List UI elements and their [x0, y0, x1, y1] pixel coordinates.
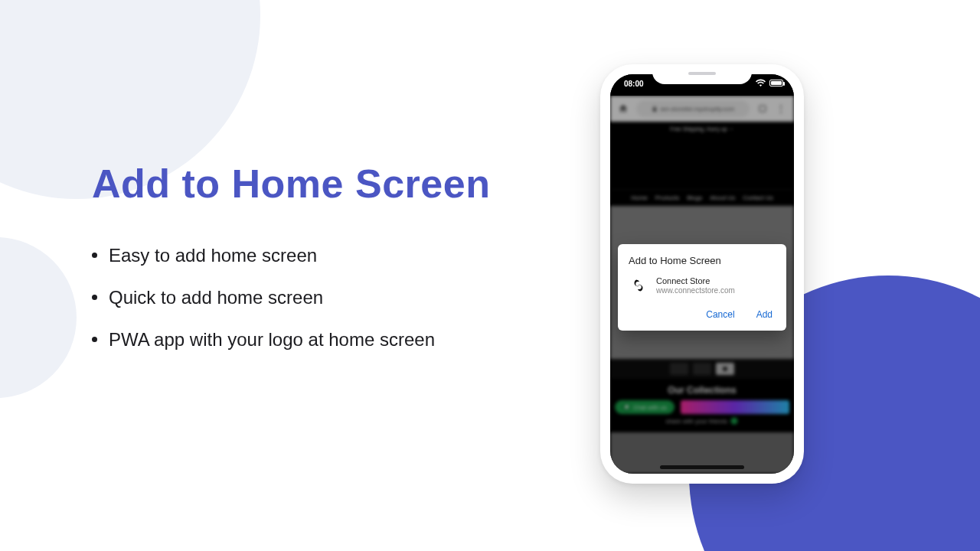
app-logo-icon — [629, 276, 648, 295]
app-url: www.connectstore.com — [656, 286, 735, 295]
page-title: Add to Home Screen — [92, 161, 521, 207]
battery-icon — [769, 80, 783, 86]
phone-screen: 08:00 am-storelist.myshopify.com — [610, 74, 794, 474]
phone-speaker — [688, 72, 716, 75]
feature-item: Easy to add home screen — [92, 243, 521, 267]
dialog-title: Add to Home Screen — [629, 255, 776, 266]
phone-mockup: 08:00 am-storelist.myshopify.com — [600, 64, 804, 484]
marketing-copy: Add to Home Screen Easy to add home scre… — [92, 161, 521, 370]
status-time: 08:00 — [624, 80, 644, 88]
wifi-icon — [756, 79, 766, 86]
add-to-home-dialog: Add to Home Screen Connect Store www.con… — [618, 244, 786, 331]
decorative-blob-mid-left — [0, 237, 77, 398]
phone-notch — [652, 64, 752, 84]
cancel-button[interactable]: Cancel — [704, 306, 736, 323]
feature-list: Easy to add home screen Quick to add hom… — [92, 243, 521, 352]
feature-item: Quick to add home screen — [92, 285, 521, 309]
status-icons — [756, 79, 783, 86]
app-name: Connect Store — [656, 276, 735, 286]
add-button[interactable]: Add — [755, 306, 774, 323]
dialog-actions: Cancel Add — [629, 303, 776, 324]
feature-item: PWA app with your logo at home screen — [92, 328, 521, 351]
home-indicator — [660, 465, 744, 469]
app-info-row: Connect Store www.connectstore.com — [629, 276, 776, 295]
